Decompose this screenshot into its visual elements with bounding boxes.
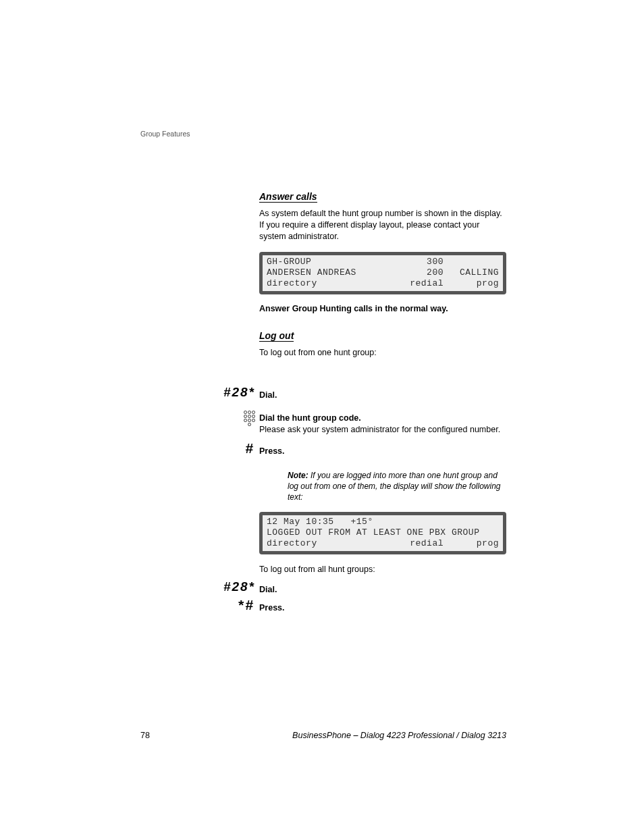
lcd-cell: directory [267, 538, 317, 549]
star-hash-key: *# [238, 597, 255, 613]
dial-label: Dial. [259, 585, 277, 594]
answer-calls-intro: As system default the hunt group number … [259, 208, 506, 242]
answer-calls-heading: Answer calls [259, 191, 317, 203]
note-label: Note: [288, 471, 308, 480]
lcd-cell: 12 May 10:35 +15° [267, 517, 499, 527]
lcd-cell: prog [450, 538, 499, 549]
note-container: Note: If you are logged into more than o… [259, 461, 506, 515]
keypad-icon [244, 411, 255, 427]
lcd-box: 12 May 10:35 +15° LOGGED OUT FROM AT LEA… [259, 512, 506, 554]
lcd-row: ANDERSEN ANDREAS 200 CALLING [267, 267, 499, 278]
page: Group Features Answer calls As system de… [0, 0, 644, 834]
dial-code: #28* [223, 385, 255, 399]
lcd-row: GH-GROUP 300 [267, 257, 499, 267]
step-left: *# [140, 597, 255, 613]
step-right: Dial the hunt group code. Please ask you… [259, 413, 506, 436]
lcd-row: LOGGED OUT FROM AT LEAST ONE PBX GROUP [267, 527, 499, 538]
dial-hunt-group-body: Please ask your system administrator for… [259, 424, 506, 436]
footer-title: BusinessPhone – Dialog 4223 Professional… [292, 731, 506, 740]
step-left [140, 411, 255, 427]
header-section-label: Group Features [140, 130, 190, 138]
answer-normal-way: Answer Group Hunting calls in the normal… [259, 304, 506, 313]
lcd-cell: ANDERSEN ANDREAS [267, 267, 356, 278]
lcd-cell: prog [450, 278, 499, 289]
logout-section: Log out To log out from one hunt group: [259, 330, 506, 359]
step-right: Press. [259, 601, 285, 613]
answer-calls-section: Answer calls As system default the hunt … [259, 190, 506, 313]
note-block: Note: If you are logged into more than o… [288, 470, 506, 503]
press-label: Press. [259, 446, 285, 456]
step-left: #28* [140, 579, 255, 594]
step-left: #28* [140, 385, 255, 400]
lcd-row: directory redial prog [267, 278, 499, 289]
logout-all-intro: To log out from all hunt groups: [259, 564, 506, 575]
step-right: Dial. [259, 388, 277, 400]
lcd-row: directory redial prog [267, 538, 499, 549]
note-text: If you are logged into more than one hun… [288, 471, 501, 502]
lcd-cell [450, 257, 499, 267]
logout-intro: To log out from one hunt group: [259, 347, 506, 359]
press-label: Press. [259, 603, 285, 613]
lcd-cell: LOGGED OUT FROM AT LEAST ONE PBX GROUP [267, 527, 499, 538]
hash-key: # [245, 440, 255, 456]
page-number: 78 [140, 731, 150, 740]
dial-label: Dial. [259, 390, 277, 400]
lcd-cell: directory [267, 278, 317, 289]
lcd-cell: redial [317, 278, 450, 289]
lcd-cell: redial [317, 538, 450, 549]
content-column: Answer calls As system default the hunt … [259, 190, 506, 365]
lcd-cell: 300 [311, 257, 450, 267]
dial-code: #28* [223, 579, 255, 594]
step-right: Dial. [259, 583, 277, 595]
lcd-row: 12 May 10:35 +15° [267, 517, 499, 527]
logout-heading: Log out [259, 330, 294, 342]
dial-hunt-group-head: Dial the hunt group code. [259, 413, 506, 423]
step-left: # [140, 440, 255, 457]
lcd-cell: GH-GROUP [267, 257, 311, 267]
lcd-display-logout: 12 May 10:35 +15° LOGGED OUT FROM AT LEA… [259, 512, 506, 582]
lcd-cell: 200 [356, 267, 450, 278]
lcd-display-answer: GH-GROUP 300 ANDERSEN ANDREAS 200 CALLIN… [259, 252, 506, 294]
lcd-cell: CALLING [450, 267, 499, 278]
step-right: Press. [259, 444, 285, 457]
